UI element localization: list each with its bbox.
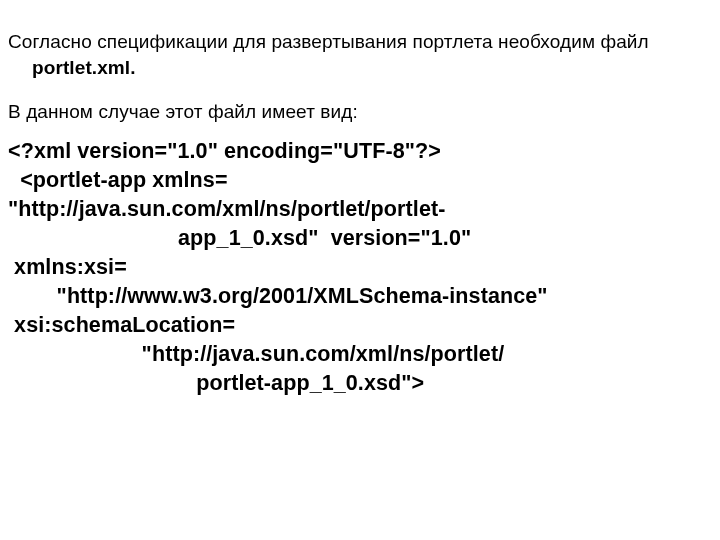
slide: Согласно спецификации для развертывания … — [0, 0, 720, 540]
code-line: <?xml version="1.0" encoding="UTF-8"?> — [8, 137, 712, 166]
intro-paragraph-2: В данном случае этот файл имеет вид: — [8, 99, 712, 125]
code-line: portlet-app_1_0.xsd"> — [8, 369, 712, 398]
code-line: <portlet-app xmlns= — [8, 166, 712, 195]
code-line: "http://java.sun.com/xml/ns/portlet/ — [8, 340, 712, 369]
code-line: "http://www.w3.org/2001/XMLSchema-instan… — [8, 282, 712, 311]
code-line: "http://java.sun.com/xml/ns/portlet/port… — [8, 195, 712, 224]
intro-paragraph-1: Согласно спецификации для развертывания … — [8, 29, 712, 80]
intro-filename: portlet.xml. — [32, 57, 136, 78]
code-line: xsi:schemaLocation= — [8, 311, 712, 340]
intro-text-prefix: Согласно спецификации для развертывания … — [8, 31, 649, 52]
code-line: xmlns:xsi= — [8, 253, 712, 282]
code-line: app_1_0.xsd" version="1.0" — [8, 224, 712, 253]
xml-code-block: <?xml version="1.0" encoding="UTF-8"?> <… — [8, 137, 712, 398]
